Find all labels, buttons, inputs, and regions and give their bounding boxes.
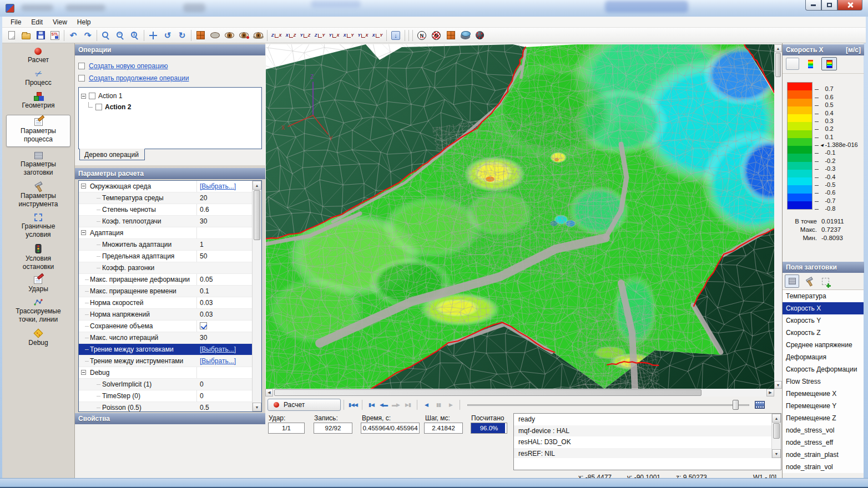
step-back-button[interactable]: ◀▬ xyxy=(377,399,390,410)
clip-box-button[interactable] xyxy=(193,29,208,42)
view-axis-1-button[interactable]: ZX xyxy=(269,29,284,42)
view-axis-2-button[interactable]: XZ xyxy=(284,29,298,42)
step-forward-button[interactable]: ▬▶ xyxy=(390,399,402,410)
params-scrollbar[interactable]: ▲ ▼ xyxy=(252,181,261,411)
multi-visibility-button[interactable] xyxy=(251,29,265,42)
sidebar-item-tool-params[interactable]: Параметры инструмента xyxy=(19,182,58,209)
menu-edit[interactable]: Edit xyxy=(26,17,48,28)
viewport-vscrollbar[interactable]: ▲ ▼ xyxy=(774,44,782,389)
menu-view[interactable]: View xyxy=(48,17,72,28)
field-item[interactable]: Среднее напряжение xyxy=(783,339,864,351)
sidebar-item-debug[interactable]: Debug xyxy=(28,329,48,347)
view-axis-4-button[interactable]: ZY xyxy=(312,29,327,42)
tab-operations-tree[interactable]: Дерево операций xyxy=(79,149,145,160)
scroll-thumb[interactable] xyxy=(773,423,780,439)
create-continuation-link[interactable]: Создать продолжение операции xyxy=(89,74,189,82)
calc-button[interactable]: Расчет xyxy=(268,399,341,411)
param-row[interactable]: TimeStep (0) 0 xyxy=(79,390,252,402)
zoom-fit-button[interactable] xyxy=(99,29,113,42)
param-row[interactable]: Степень черноты 0.6 xyxy=(79,204,252,216)
param-row[interactable]: Макс. число итераций 30 xyxy=(79,332,252,344)
sidebar-item-process-params[interactable]: Параметры процесса xyxy=(6,115,70,147)
new-file-button[interactable] xyxy=(4,29,19,42)
action1-checkbox[interactable] xyxy=(89,93,95,99)
scroll-right-icon[interactable]: ▶ xyxy=(766,389,774,396)
edit-visibility-button[interactable] xyxy=(236,29,251,42)
show-view-button[interactable] xyxy=(222,29,236,42)
go-first-button[interactable]: ▮◀◀ xyxy=(347,399,359,410)
param-row[interactable]: Poisson (0.5) 0.5 xyxy=(79,402,252,411)
param-row[interactable]: Макс. приращение времени 0.1 xyxy=(79,286,252,297)
create-operation-link[interactable]: Создать новую операцию xyxy=(89,62,168,70)
viewport-hscrollbar[interactable]: ◀ ▶ xyxy=(265,389,774,396)
save-button[interactable] xyxy=(33,29,48,42)
zoom-out-button[interactable]: − xyxy=(113,29,128,42)
fields-add-button[interactable] xyxy=(818,274,832,288)
prev-record-button[interactable]: ▮◀ xyxy=(365,399,377,410)
param-row[interactable]: Окружающая среда [Выбрать...] xyxy=(79,181,252,192)
field-item[interactable]: node_stress_eff xyxy=(783,436,864,449)
normals-check-button[interactable]: N xyxy=(429,29,443,42)
field-item[interactable]: Температура xyxy=(783,290,864,302)
param-row[interactable]: Норма скоростей 0.03 xyxy=(79,297,252,309)
param-row[interactable]: Макс. приращение деформации 0.05 xyxy=(79,274,252,286)
legend-banded-button[interactable] xyxy=(821,57,837,70)
sidebar-item-traced-points[interactable]: Трассируемые точки, линии xyxy=(16,298,60,324)
export-stl-button[interactable]: STL xyxy=(48,29,62,42)
param-row[interactable]: Трение между заготовками [Выбрать...] xyxy=(79,344,252,355)
sidebar-item-workpiece-params[interactable]: Параметры заготовки xyxy=(21,152,56,177)
param-row[interactable]: Предельная адаптация 50 xyxy=(79,251,252,262)
param-row[interactable]: Адаптация xyxy=(79,227,252,239)
project-view-button[interactable]: ↓ xyxy=(388,29,403,42)
create-operation-checkbox[interactable] xyxy=(78,63,85,69)
field-item[interactable]: Скорость Деформации xyxy=(783,363,864,375)
view-axis-8-button[interactable]: XY xyxy=(370,29,385,42)
field-item[interactable]: node_strain_plast xyxy=(783,449,864,461)
tree-item-action1[interactable]: Action 1 xyxy=(81,90,259,101)
menu-file[interactable]: File xyxy=(6,17,26,28)
normals-button[interactable]: N xyxy=(415,29,429,42)
param-row[interactable]: Множитель адаптации 1 xyxy=(79,239,252,251)
sidebar-item-strikes[interactable]: Удары xyxy=(28,276,48,293)
param-row[interactable]: Температура среды 20 xyxy=(79,192,252,204)
mesh-sphere-button[interactable] xyxy=(472,29,487,42)
field-item[interactable]: Перемещение X xyxy=(783,388,864,400)
next-record-button[interactable]: ▶▮ xyxy=(402,399,414,410)
field-item[interactable]: Деформация xyxy=(783,351,864,363)
view-axis-6-button[interactable]: XY xyxy=(341,29,356,42)
scroll-thumb[interactable] xyxy=(274,389,702,396)
hide-view-button[interactable] xyxy=(208,29,222,42)
minimize-button[interactable] xyxy=(805,0,821,11)
play-button[interactable]: ▶ xyxy=(445,399,457,410)
slider-thumb[interactable] xyxy=(733,400,739,410)
disc-tool-button[interactable] xyxy=(458,29,472,42)
record-video-button[interactable] xyxy=(755,401,765,409)
scroll-up-icon[interactable]: ▲ xyxy=(772,414,781,423)
param-row[interactable]: SolverImplicit (1) 0 xyxy=(79,379,252,390)
redo-button[interactable]: ↷ xyxy=(80,29,95,42)
sidebar-item-boundary-conditions[interactable]: Граничные условия xyxy=(22,214,55,239)
legend-smooth-button[interactable] xyxy=(804,58,817,70)
undo-button[interactable]: ↶ xyxy=(66,29,80,42)
zoom-one-button[interactable]: 1 xyxy=(128,29,142,42)
scroll-thumb[interactable] xyxy=(775,53,781,77)
rotate-right-button[interactable]: ↻ xyxy=(175,29,189,42)
tree-expander-icon[interactable] xyxy=(81,94,86,99)
field-item[interactable]: Flow Stress xyxy=(783,375,864,388)
command-input[interactable] xyxy=(513,458,781,470)
mesh-box-button[interactable] xyxy=(443,29,458,42)
field-item[interactable]: Скорость X xyxy=(783,302,864,314)
pan-button[interactable] xyxy=(146,29,160,42)
open-file-button[interactable] xyxy=(19,29,33,42)
param-row[interactable]: Сохранение объема xyxy=(79,321,252,332)
row-expander-icon[interactable] xyxy=(81,370,86,375)
timeline-slider[interactable] xyxy=(467,399,749,410)
sidebar-item-calc[interactable]: Расчет xyxy=(28,48,49,64)
sidebar-item-stop-conditions[interactable]: Условия остановки xyxy=(23,244,54,271)
play-back-button[interactable]: ◀ xyxy=(420,399,432,410)
field-item[interactable]: Скорость Y xyxy=(783,314,864,327)
field-item[interactable]: Скорость Z xyxy=(783,327,864,339)
rotate-left-button[interactable]: ↺ xyxy=(160,29,175,42)
param-row[interactable]: Трение между инструментами [Выбрать...] xyxy=(79,355,252,367)
scroll-up-icon[interactable]: ▲ xyxy=(774,44,782,52)
